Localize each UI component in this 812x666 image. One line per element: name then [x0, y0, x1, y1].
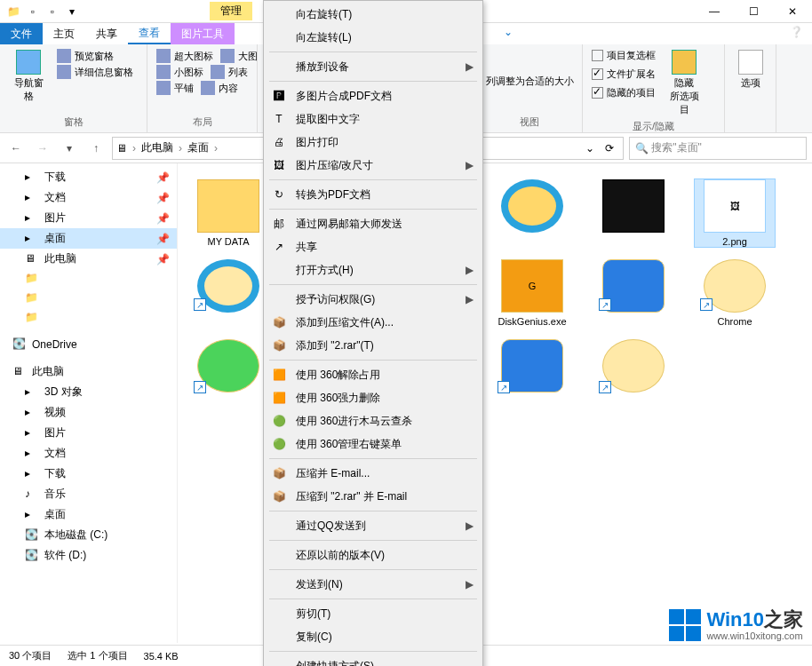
nav-item-ddrive[interactable]: 💽软件 (D:) [0, 545, 177, 566]
ctx-item[interactable]: 🟢使用 360管理右键菜单 [266, 432, 481, 456]
file-item[interactable]: ↗ [492, 339, 572, 409]
ctx-icon [271, 29, 287, 45]
nav-item-pics2[interactable]: ▸图片 [0, 423, 177, 443]
nav-item-video[interactable]: ▸视频 [0, 402, 177, 423]
recent-dropdown[interactable]: ▾ [59, 138, 80, 159]
up-button[interactable]: ↑ [85, 138, 107, 159]
ctx-item[interactable]: ↻转换为PDF文档 [266, 183, 481, 206]
ctx-item[interactable]: 打开方式(H)▶ [266, 258, 481, 281]
nav-item-cdrive[interactable]: 💽本地磁盘 (C:) [0, 525, 177, 545]
nav-item-dl2[interactable]: ▸下载 [0, 464, 177, 484]
chk-hidden-items[interactable]: 隐藏的项目 [590, 85, 657, 100]
file-item[interactable]: GDiskGenius.exe [492, 259, 572, 327]
tab-file[interactable]: 文件 [0, 23, 43, 44]
ctx-item[interactable]: 🖨图片打印 [266, 131, 481, 154]
ctx-item[interactable]: 🟧使用 360解除占用 [266, 363, 481, 386]
layout-tile[interactable]: 平铺内容 [155, 80, 240, 96]
file-item[interactable]: ↗Chrome [695, 259, 775, 327]
file-item[interactable]: MY DATA [188, 179, 268, 247]
tab-share[interactable]: 共享 [85, 23, 128, 44]
file-thumb [602, 179, 665, 233]
folder-icon: ▸ [25, 211, 39, 226]
chk-file-ext[interactable]: 文件扩展名 [590, 67, 657, 82]
back-button[interactable]: ← [5, 138, 27, 159]
options-button[interactable]: 选项 [732, 48, 768, 91]
ctx-item[interactable]: ↗共享 [266, 235, 481, 258]
nav-item-desktop[interactable]: ▸桌面📌 [0, 228, 177, 249]
nav-item-downloads[interactable]: ▸下载📌 [0, 167, 177, 187]
ctx-item[interactable]: 📦压缩并 E-mail... [266, 462, 481, 485]
navigation-pane[interactable]: ▸下载📌▸文档📌▸图片📌▸桌面📌🖥此电脑📌📁 📁 📁 💽OneDrive🖥此电脑… [0, 163, 178, 643]
search-input[interactable]: 🔍 搜索"桌面" [629, 137, 807, 160]
minimize-button[interactable]: — [695, 0, 734, 23]
ctx-item[interactable]: 邮通过网易邮箱大师发送 [266, 212, 481, 235]
ctx-item[interactable]: 创建快捷方式(S) [266, 654, 481, 666]
folder-icon: ▸ [25, 191, 39, 205]
ctx-item[interactable]: 授予访问权限(G)▶ [266, 288, 481, 311]
ctx-item[interactable]: 发送到(N)▶ [266, 573, 481, 596]
ctx-item[interactable]: 📦添加到 "2.rar"(T) [266, 334, 481, 357]
sm-icon [156, 65, 171, 79]
ctx-item[interactable]: 📦添加到压缩文件(A)... [266, 311, 481, 334]
crumb-pc[interactable]: 此电脑 [141, 140, 173, 155]
file-item[interactable] [492, 179, 572, 247]
nav-item-f3[interactable]: 📁 [0, 308, 177, 328]
ctx-item[interactable]: 🟢使用 360进行木马云查杀 [266, 409, 481, 432]
help-icon[interactable]: ❔ [781, 23, 812, 44]
tab-picture-tools[interactable]: 图片工具 [171, 23, 235, 44]
close-button[interactable]: ✕ [773, 0, 812, 23]
nav-pane-button[interactable]: 导航窗格 [7, 48, 50, 105]
ctx-item[interactable]: 🅿多图片合成PDF文档 [266, 84, 481, 107]
tab-view[interactable]: 查看 [128, 23, 171, 44]
chk-item-checkboxes[interactable]: 项目复选框 [590, 48, 657, 63]
ctx-item[interactable]: 🟧使用 360强力删除 [266, 386, 481, 409]
layout-sm[interactable]: 小图标列表 [155, 64, 250, 80]
layout-xl[interactable]: 超大图标大图 [155, 48, 259, 64]
nav-item-3d[interactable]: ▸3D 对象 [0, 382, 177, 402]
nav-item-thispc2[interactable]: 🖥此电脑 [0, 361, 177, 382]
file-item[interactable]: ↗ [593, 339, 673, 409]
crumb-desktop[interactable]: 桌面 [187, 140, 209, 155]
chevron-right-icon: ▶ [466, 159, 474, 171]
ctx-icon: 🟧 [271, 390, 287, 406]
ctx-item[interactable]: 通过QQ发送到▶ [266, 514, 481, 537]
fit-columns-button[interactable]: 列调整为合适的大小 [484, 74, 576, 89]
nav-item-onedrive[interactable]: 💽OneDrive [0, 335, 177, 354]
nav-item-pics[interactable]: ▸图片📌 [0, 208, 177, 228]
nav-item-docs2[interactable]: ▸文档 [0, 443, 177, 464]
file-item[interactable]: 🖼2.png [695, 179, 775, 247]
ctx-item[interactable]: 🖼图片压缩/改尺寸▶ [266, 154, 481, 177]
chevron-right-icon: ▶ [466, 60, 474, 73]
ctx-item[interactable]: 向左旋转(L) [266, 26, 481, 49]
dropdown-icon[interactable]: ▾ [64, 4, 80, 20]
file-item[interactable]: ↗ [188, 339, 268, 409]
file-item[interactable] [593, 179, 673, 247]
ctx-item[interactable]: 复制(C) [266, 625, 481, 648]
hide-icon [672, 50, 697, 75]
file-item[interactable]: ↗ [188, 259, 268, 327]
preview-pane-button[interactable]: 预览窗格 [55, 48, 135, 64]
ctx-item[interactable]: 向右旋转(T) [266, 3, 481, 26]
ctx-item[interactable]: T提取图中文字 [266, 107, 481, 131]
nav-item-music[interactable]: ♪音乐 [0, 484, 177, 504]
refresh-icon[interactable]: ⟳ [600, 142, 619, 155]
nav-item-docs[interactable]: ▸文档📌 [0, 187, 177, 208]
tab-home[interactable]: 主页 [43, 23, 85, 44]
ctx-item[interactable]: 📦压缩到 "2.rar" 并 E-mail [266, 485, 481, 508]
collapse-ribbon-icon[interactable]: ⌄ [495, 23, 521, 44]
maximize-button[interactable]: ☐ [734, 0, 773, 23]
nav-item-f1[interactable]: 📁 [0, 269, 177, 289]
nav-item-desk2[interactable]: ▸桌面 [0, 504, 177, 525]
details-pane-button[interactable]: 详细信息窗格 [55, 64, 135, 80]
hide-selected-button[interactable]: 隐藏 所选项目 [663, 48, 705, 118]
shortcut-overlay-icon: ↗ [700, 298, 712, 311]
file-item[interactable]: ↗ [593, 259, 673, 327]
ctx-item[interactable]: 播放到设备▶ [266, 55, 481, 78]
ctx-item[interactable]: 还原以前的版本(V) [266, 543, 481, 567]
nav-item-f2[interactable]: 📁 [0, 289, 177, 308]
forward-button[interactable]: → [32, 138, 53, 159]
qat-sep: ▫ [25, 4, 41, 20]
ctx-item[interactable]: 剪切(T) [266, 602, 481, 625]
nav-item-thispc[interactable]: 🖥此电脑📌 [0, 249, 177, 269]
addr-dropdown-icon[interactable]: ⌄ [585, 142, 594, 155]
